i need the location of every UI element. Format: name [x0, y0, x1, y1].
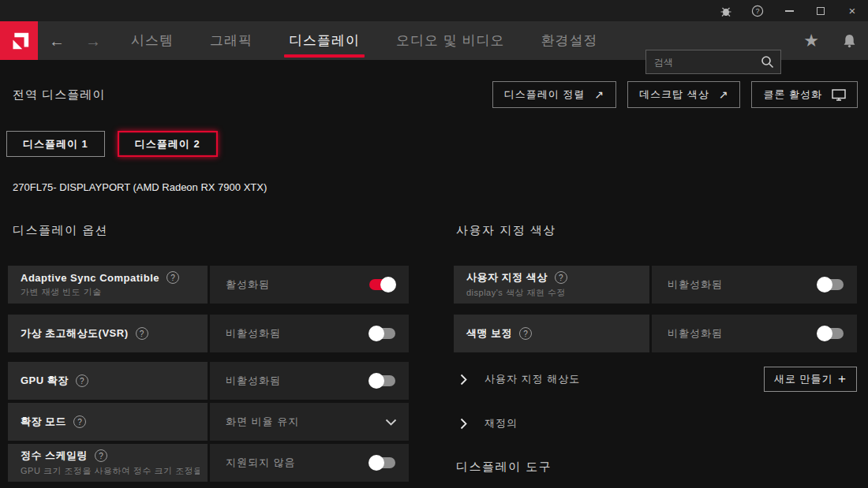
- navbar: ← → 시스템 그래픽 디스플레이 오디오 및 비디오 환경설정 ★: [0, 21, 868, 60]
- overrides-expander[interactable]: 재정의: [460, 416, 518, 430]
- help-icon[interactable]: ?: [519, 327, 532, 340]
- close-icon[interactable]: ×: [836, 0, 868, 21]
- external-link-icon: ↗: [719, 88, 729, 101]
- setting-label: 색맹 보정: [466, 326, 512, 341]
- setting-sublabel: display's 색상 재현 수정: [466, 287, 642, 299]
- setting-label: 정수 스케일링: [21, 449, 88, 463]
- setting-value: 화면 비율 유지: [226, 415, 385, 429]
- setting-label: GPU 확장: [21, 374, 69, 388]
- help-icon[interactable]: ?: [76, 374, 88, 387]
- display-options-heading: 디스플레이 옵션: [13, 223, 108, 238]
- expander-label: 사용자 지정 해상도: [485, 372, 580, 386]
- bug-report-icon[interactable]: [710, 0, 742, 21]
- setting-value: 활성화됨: [226, 278, 369, 292]
- setting-row-scaling-mode: 확장 모드 ? 화면 비율 유지: [8, 403, 409, 441]
- monitor-icon: [832, 89, 846, 101]
- setting-value: 비활성화됨: [226, 326, 369, 341]
- connected-display-info: 270FL75- DISPLAYPORT (AMD Radeon RX 7900…: [13, 181, 267, 193]
- setting-sublabel: GPU 크기 조정을 사용하여 정수 크기 조정을 허...: [21, 465, 200, 477]
- setting-row-color-deficiency: 색맹 보정 ? 비활성화됨: [454, 315, 857, 352]
- setting-value: 비활성화됨: [668, 326, 817, 341]
- display-1-button[interactable]: 디스플레이 1: [6, 131, 105, 157]
- help-icon[interactable]: ?: [95, 449, 107, 462]
- enable-clone-button[interactable]: 클론 활성화: [751, 81, 858, 108]
- search-input[interactable]: [654, 57, 761, 68]
- tab-audio-video[interactable]: 오디오 및 비디오: [396, 21, 504, 60]
- setting-row-vsr: 가상 초고해상도(VSR) ? 비활성화됨: [8, 315, 409, 352]
- display-selector: 디스플레이 1 디스플레이 2: [6, 131, 218, 157]
- custom-resolution-expander[interactable]: 사용자 지정 해상도: [460, 372, 580, 386]
- setting-row-custom-color: 사용자 지정 색상 ? display's 색상 재현 수정 비활성화됨: [454, 266, 857, 304]
- forward-arrow-icon[interactable]: →: [85, 33, 101, 49]
- display-tools-heading: 디스플레이 도구: [456, 460, 552, 475]
- custom-color-heading: 사용자 지정 색상: [456, 223, 556, 238]
- help-icon[interactable]: ?: [73, 415, 86, 428]
- setting-value: 비활성화됨: [226, 374, 369, 388]
- custom-color-toggle[interactable]: [817, 279, 844, 290]
- setting-label: Adaptive Sync Compatible: [21, 272, 159, 284]
- display-2-button[interactable]: 디스플레이 2: [118, 131, 218, 157]
- header-actions: 디스플레이 정렬 ↗ 데스크탑 색상 ↗ 클론 활성화: [492, 81, 858, 108]
- setting-label: 사용자 지정 색상: [466, 270, 548, 285]
- gpu-scaling-toggle[interactable]: [369, 375, 395, 386]
- titlebar: ? ×: [0, 0, 868, 21]
- expander-label: 재정의: [485, 416, 518, 430]
- main-tabs: 시스템 그래픽 디스플레이 오디오 및 비디오 환경설정: [131, 21, 597, 60]
- setting-label: 가상 초고해상도(VSR): [21, 326, 129, 341]
- maximize-icon[interactable]: [805, 0, 836, 21]
- scaling-mode-dropdown[interactable]: 화면 비율 유지: [210, 403, 409, 441]
- help-icon[interactable]: ?: [742, 0, 773, 21]
- arrange-displays-button[interactable]: 디스플레이 정렬 ↗: [492, 81, 616, 108]
- external-link-icon: ↗: [594, 88, 604, 101]
- radeon-software-window: ? × ← → 시스템 그래픽 디스플레이 오디오 및 비디오 환경설정: [0, 0, 868, 488]
- help-icon[interactable]: ?: [136, 327, 148, 340]
- setting-value: 지원되지 않음: [226, 456, 369, 470]
- search-icon: [761, 55, 774, 69]
- tab-system[interactable]: 시스템: [131, 21, 174, 60]
- chevron-right-icon: [460, 374, 467, 386]
- setting-label: 확장 모드: [21, 415, 66, 429]
- setting-sublabel: 가변 재생 빈도 기술: [21, 286, 200, 298]
- plus-icon: +: [838, 371, 847, 387]
- chevron-down-icon: [385, 419, 397, 426]
- minimize-icon[interactable]: [773, 0, 805, 21]
- tab-preferences[interactable]: 환경설정: [541, 21, 597, 60]
- integer-scaling-toggle[interactable]: [369, 457, 395, 468]
- setting-row-integer-scaling: 정수 스케일링 ? GPU 크기 조정을 사용하여 정수 크기 조정을 허...…: [8, 444, 409, 482]
- svg-text:?: ?: [755, 7, 759, 15]
- chevron-right-icon: [460, 418, 467, 430]
- search-box[interactable]: [645, 50, 781, 74]
- color-deficiency-toggle[interactable]: [817, 328, 844, 339]
- setting-value: 비활성화됨: [668, 278, 817, 292]
- help-icon[interactable]: ?: [166, 271, 179, 284]
- adaptive-sync-toggle[interactable]: [369, 279, 395, 290]
- tab-display[interactable]: 디스플레이: [289, 21, 360, 60]
- desktop-colors-button[interactable]: 데스크탑 색상 ↗: [627, 81, 740, 108]
- notifications-bell-icon[interactable]: [835, 21, 863, 60]
- page-title: 전역 디스플레이: [13, 88, 105, 102]
- favorites-star-icon[interactable]: ★: [797, 21, 825, 60]
- setting-row-adaptive-sync: Adaptive Sync Compatible ? 가변 재생 빈도 기술 활…: [8, 266, 409, 304]
- back-arrow-icon[interactable]: ←: [49, 33, 65, 49]
- tab-graphics[interactable]: 그래픽: [210, 21, 253, 60]
- help-icon[interactable]: ?: [555, 271, 567, 284]
- setting-row-gpu-scaling: GPU 확장 ? 비활성화됨: [8, 362, 409, 400]
- create-new-button[interactable]: 새로 만들기 +: [764, 367, 857, 392]
- vsr-toggle[interactable]: [369, 328, 395, 339]
- amd-logo[interactable]: [0, 21, 38, 60]
